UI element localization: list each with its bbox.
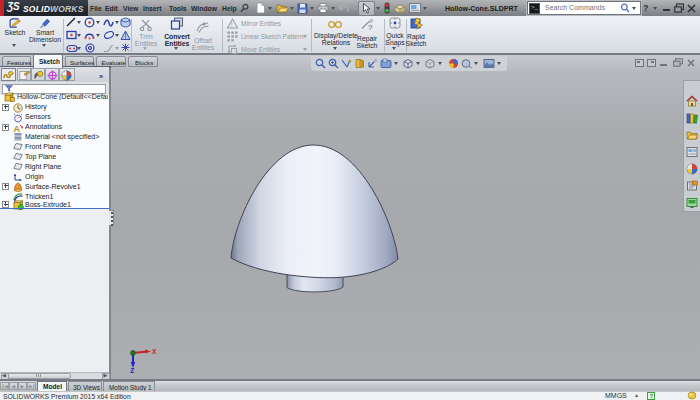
svg-text:?: ? [368,23,373,31]
svg-text:X: X [152,348,157,355]
svg-text:Z: Z [130,367,134,374]
svg-text:!: ! [231,21,233,28]
